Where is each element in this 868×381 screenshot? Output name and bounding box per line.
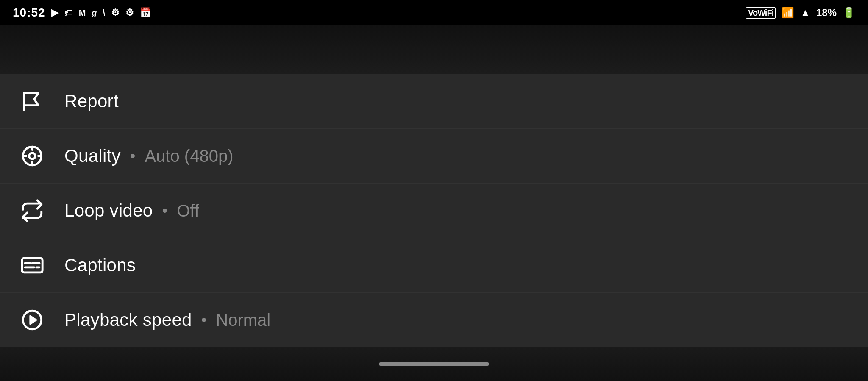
menu-item-quality[interactable]: Quality • Auto (480p) [0,129,868,184]
loop-label: Loop video [64,200,153,221]
menu-container: Report Quality • Auto (480p) [0,74,868,381]
report-label: Report [64,91,119,111]
quality-label: Quality [64,146,121,166]
quality-separator: • [130,147,136,165]
slash-icon: \ [103,8,106,18]
quality-icon [17,141,47,171]
status-time: 10:52 [13,6,45,19]
scroll-indicator [379,362,489,366]
svg-marker-12 [30,316,36,324]
menu-item-loop-video[interactable]: Loop video • Off [0,184,868,238]
gmail-icon: M [79,8,86,18]
svg-point-1 [29,153,36,159]
quality-text: Quality • Auto (480p) [64,146,233,166]
quality-value: Auto (480p) [145,147,233,166]
bottom-area [0,347,868,381]
status-left: 10:52 ▶ 🏷 M g \ ⚙ ⚙ 📅 [13,6,151,19]
captions-icon [17,250,47,281]
playback-speed-separator: • [201,311,207,329]
video-background [0,25,868,74]
battery-text: 18% [816,7,837,19]
loop-separator: • [162,202,168,220]
captions-text: Captions [64,255,136,275]
playback-speed-text: Playback speed • Normal [64,310,270,330]
store-icon: 🏷 [64,8,73,18]
battery-icon: 🔋 [843,7,855,19]
status-bar: 10:52 ▶ 🏷 M g \ ⚙ ⚙ 📅 VoWiFi 📶 ▲ 18% 🔋 [0,0,868,25]
captions-label: Captions [64,255,136,275]
status-right: VoWiFi 📶 ▲ 18% 🔋 [746,7,855,19]
report-text: Report [64,91,119,111]
vo-wifi-label: VoWiFi [746,7,776,19]
svg-rect-6 [22,258,42,273]
loop-value: Off [177,201,199,220]
calendar-icon: 📅 [140,7,151,18]
playback-speed-icon [17,305,47,335]
wifi-icon: 📶 [782,7,794,19]
youtube-icon: ▶ [51,7,58,18]
menu-item-captions[interactable]: Captions [0,238,868,293]
signal-icon: ▲ [800,7,810,19]
grammarly-icon: g [92,8,97,18]
playback-speed-label: Playback speed [64,310,192,330]
menu-item-playback-speed[interactable]: Playback speed • Normal [0,293,868,348]
gear-icon: ⚙ [111,7,120,18]
loop-icon [17,195,47,226]
loop-video-text: Loop video • Off [64,200,199,221]
playback-speed-value: Normal [216,311,270,330]
menu-item-report[interactable]: Report [0,74,868,129]
gear2-icon: ⚙ [125,7,134,18]
report-icon [17,86,47,117]
